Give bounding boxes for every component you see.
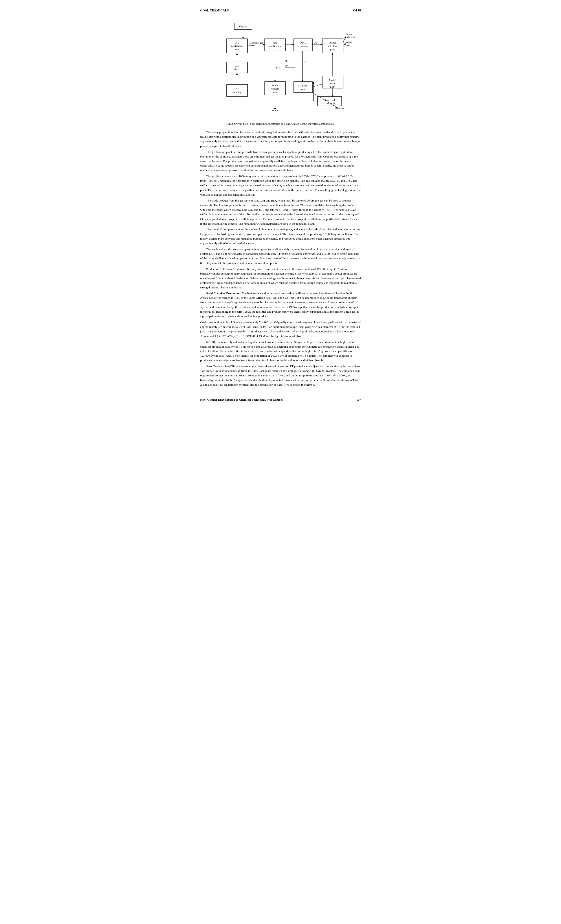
svg-text:acetate: acetate [329, 82, 336, 85]
svg-text:H₂: H₂ [304, 61, 306, 63]
svg-line-63 [312, 84, 322, 87]
svg-text:–: – [285, 63, 286, 65]
svg-line-62 [343, 44, 346, 46]
svg-text:handling: handling [233, 91, 242, 93]
svg-text:plant: plant [330, 48, 335, 51]
diagram-svg: Oxygen Coal gasification plant Coal slur… [206, 19, 355, 120]
flow-diagram-container: Oxygen Coal gasification plant Coal slur… [200, 19, 361, 120]
svg-text:Methanol: Methanol [298, 84, 308, 87]
footer-left: Kirk-Othmer Encyclopedia of Chemical Tec… [200, 398, 283, 402]
fig-caption: Fig. 3. Overall block flow diagram for E… [200, 122, 361, 126]
page-footer: Kirk-Othmer Encyclopedia of Chemical Tec… [200, 396, 361, 402]
svg-line-45 [248, 45, 264, 46]
body-text: The slurry preparation plant includes tw… [200, 130, 361, 387]
svg-text:Acetic: Acetic [346, 33, 352, 35]
page-header: COAL CHEMICALS Vol 10 [200, 9, 361, 12]
svg-text:H₂: H₂ [285, 60, 288, 62]
svg-text:Methyl: Methyl [329, 79, 336, 81]
svg-rect-9 [226, 84, 248, 97]
svg-text:Coal: Coal [235, 41, 239, 44]
footer-right: 167 [356, 398, 361, 402]
svg-text:Coal: Coal [235, 87, 239, 90]
svg-text:CO: CO [314, 42, 317, 44]
svg-text:plant: plant [330, 86, 335, 88]
svg-text:CO/H₂: CO/H₂ [300, 41, 306, 44]
svg-rect-22 [294, 82, 312, 93]
svg-text:Oxygen: Oxygen [239, 25, 247, 27]
svg-text:H₂S: H₂S [276, 66, 280, 69]
svg-text:Sulfur: Sulfur [272, 84, 278, 87]
svg-text:recovery: recovery [271, 87, 279, 90]
svg-text:Acetic: Acetic [330, 41, 336, 44]
svg-text:acid: acid [346, 44, 350, 46]
svg-text:slurry: slurry [234, 68, 240, 70]
svg-rect-6 [226, 62, 248, 73]
svg-text:anhydride: anhydride [328, 45, 338, 47]
svg-text:CO: CO [285, 65, 288, 68]
svg-text:H₂ enriched gas: H₂ enriched gas [249, 42, 263, 44]
svg-text:Coal: Coal [235, 64, 239, 67]
svg-text:plant: plant [300, 87, 305, 90]
svg-text:purification: purification [269, 45, 281, 47]
svg-text:plant: plant [273, 91, 278, 93]
svg-text:gasification: gasification [231, 45, 243, 47]
svg-text:anhydride: anhydride [346, 36, 356, 38]
svg-line-61 [343, 37, 346, 42]
header-title: COAL CHEMICALS [200, 9, 229, 12]
header-volume: Vol 10 [352, 9, 361, 12]
flow-diagram: Oxygen Coal gasification plant Coal slur… [206, 19, 355, 120]
svg-text:separation: separation [298, 45, 308, 47]
svg-text:Acetic: Acetic [346, 40, 352, 43]
svg-text:plant: plant [234, 48, 239, 50]
svg-text:Gas: Gas [273, 41, 277, 44]
